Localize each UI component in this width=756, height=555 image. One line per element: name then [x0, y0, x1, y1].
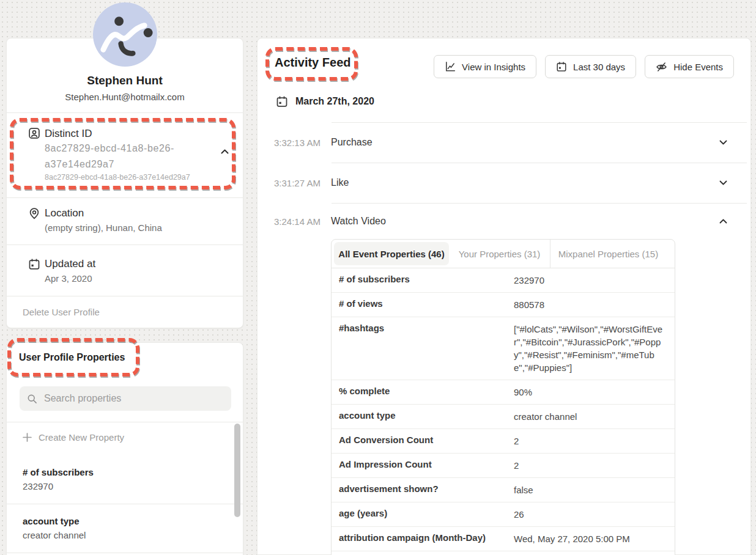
date-range-button[interactable]: Last 30 days [545, 55, 636, 78]
search-properties-box[interactable] [20, 386, 231, 411]
activity-feed-card: Activity Feed View in Insights [257, 38, 751, 555]
tab-all-event-properties[interactable]: All Event Properties (46) [334, 242, 449, 265]
distinct-id-value: 8ac27829-ebcd-41a8-be26-a37e14ed29a7 [45, 141, 211, 172]
event-property-key: #hashtags [339, 323, 514, 374]
delete-user-profile-link[interactable]: Delete User Profile [23, 307, 100, 317]
hide-events-label: Hide Events [673, 62, 723, 72]
distinct-id-secondary: 8ac27829-ebcd-41a8-be26-a37e14ed29a7 [45, 173, 190, 182]
event-name: Like [331, 177, 349, 188]
event-property-row[interactable]: attribution campaign (Month-Day) Wed, Ma… [332, 527, 675, 551]
plus-icon [23, 433, 32, 442]
chevron-down-icon[interactable] [719, 180, 727, 185]
distinct-id-label: Distinct ID [45, 128, 92, 140]
event-name: Purchase [331, 137, 372, 148]
event-properties-panel: All Event Properties (46) Your Propertie… [331, 239, 675, 555]
divider [7, 553, 243, 553]
search-icon [27, 394, 37, 404]
event-property-key: age (years) [339, 508, 514, 521]
feed-date-text: March 27th, 2020 [295, 96, 374, 107]
activity-feed-toolbar: View in Insights Last 30 days [434, 55, 734, 78]
calendar-icon [276, 95, 288, 108]
event-property-row[interactable]: attribution channel Facebook [332, 551, 675, 555]
updated-at-value: Apr 3, 2020 [45, 273, 92, 284]
event-property-row[interactable]: Ad Impression Count 2 [332, 454, 675, 478]
updated-at-label: Updated at [45, 258, 95, 270]
divider [7, 197, 243, 198]
event-property-row[interactable]: #hashtags ["#lolCats","#Wilson","#WorstG… [332, 317, 675, 380]
event-property-key: Ad Conversion Count [339, 435, 514, 447]
view-in-insights-label: View in Insights [462, 62, 525, 72]
event-property-value: Wed, May 27, 2020 5:00 PM [514, 532, 667, 545]
event-property-value: 232970 [514, 274, 667, 287]
event-row[interactable]: 3:31:27 AM Like [258, 163, 750, 203]
create-new-property-button[interactable]: Create New Property [23, 432, 124, 443]
id-card-icon [28, 127, 41, 140]
event-property-row[interactable]: account type creator channel [332, 405, 675, 429]
event-property-row[interactable]: advertisement shown? false [332, 478, 675, 502]
event-property-value: 2 [514, 435, 667, 447]
user-profile-properties-title: User Profile Properties [19, 352, 125, 363]
eye-off-icon [656, 61, 667, 73]
property-name: account type [23, 516, 80, 526]
hide-events-button[interactable]: Hide Events [645, 55, 734, 78]
event-property-key: % complete [339, 386, 514, 399]
date-range-label: Last 30 days [573, 62, 625, 72]
event-properties-tabs: All Event Properties (46) Your Propertie… [332, 240, 675, 268]
property-value: 232970 [23, 481, 53, 491]
divider [7, 244, 243, 245]
view-in-insights-button[interactable]: View in Insights [434, 55, 536, 78]
event-property-value: creator channel [514, 410, 667, 423]
user-name: Stephen Hunt [7, 74, 243, 87]
event-time: 3:32:13 AM [274, 138, 321, 148]
event-property-row[interactable]: % complete 90% [332, 380, 675, 405]
profile-summary-card: Stephen Hunt Stephen.Hunt@hotmailx.com D… [6, 38, 243, 328]
event-property-key: advertisement shown? [339, 483, 514, 496]
divider [332, 163, 747, 163]
avatar [93, 2, 157, 67]
event-time: 3:31:27 AM [274, 178, 321, 188]
divider [7, 296, 243, 296]
chevron-up-icon[interactable] [221, 149, 229, 154]
calendar-icon [556, 61, 567, 72]
chevron-up-icon[interactable] [719, 219, 727, 224]
chevron-down-icon[interactable] [719, 140, 727, 145]
event-property-key: # of views [339, 298, 514, 311]
event-property-row[interactable]: age (years) 26 [332, 502, 675, 527]
user-profile-properties-card: User Profile Properties Create New Prope… [6, 342, 243, 555]
property-value: creator channel [23, 530, 86, 540]
event-property-value: ["#lolCats","#Wilson","#WorstGiftEver","… [514, 323, 667, 374]
event-row-expanded[interactable]: 3:24:14 AM Watch Video [258, 203, 750, 239]
create-new-property-label: Create New Property [39, 432, 124, 443]
mixpanel-user-profile-page: Stephen Hunt Stephen.Hunt@hotmailx.com D… [0, 0, 756, 555]
event-property-key: Ad Impression Count [339, 459, 514, 472]
location-label: Location [45, 207, 84, 219]
event-property-key: account type [339, 410, 514, 423]
event-property-row[interactable]: # of views 880578 [332, 293, 675, 317]
event-property-value: 90% [514, 386, 667, 399]
event-property-key: # of subscribers [339, 274, 514, 287]
divider [7, 422, 243, 422]
divider [7, 112, 243, 113]
property-name: # of subscribers [23, 467, 94, 477]
line-chart-icon [445, 61, 456, 72]
event-properties-table: # of subscribers 232970 # of views 88057… [332, 268, 675, 555]
event-row[interactable]: 3:32:13 AM Purchase [258, 122, 750, 163]
event-property-key: attribution campaign (Month-Day) [339, 532, 514, 545]
event-time: 3:24:14 AM [274, 216, 321, 226]
event-property-value: 2 [514, 459, 667, 472]
event-property-row[interactable]: Ad Conversion Count 2 [332, 429, 675, 454]
location-pin-icon [28, 207, 41, 220]
activity-feed-title: Activity Feed [275, 56, 350, 70]
tab-mixpanel-properties[interactable]: Mixpanel Properties (15) [550, 240, 666, 268]
divider [7, 504, 243, 504]
feed-date-header: March 27th, 2020 [276, 95, 374, 108]
divider [332, 203, 747, 204]
calendar-icon [28, 257, 41, 271]
event-property-value: false [514, 483, 667, 496]
location-value: (empty string), Hunan, China [45, 222, 162, 233]
user-email: Stephen.Hunt@hotmailx.com [7, 92, 243, 102]
search-properties-input[interactable] [43, 392, 224, 405]
tab-your-properties[interactable]: Your Properties (31) [449, 240, 550, 268]
scrollbar-thumb[interactable] [234, 424, 240, 517]
event-property-row[interactable]: # of subscribers 232970 [332, 268, 675, 293]
